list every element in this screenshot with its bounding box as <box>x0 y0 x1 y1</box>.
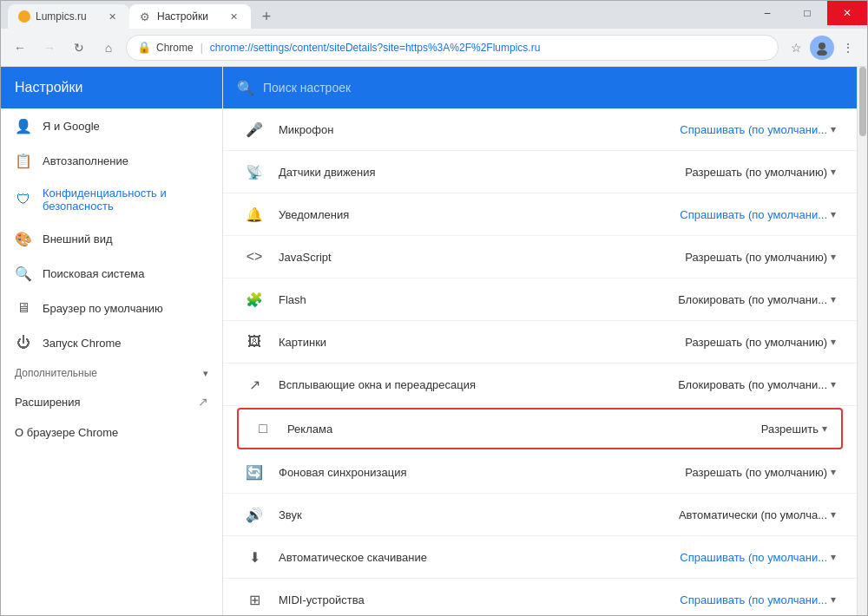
home-button[interactable]: ⌂ <box>96 36 121 60</box>
notifications-value-text: Спрашивать (по умолчани... <box>680 208 827 221</box>
address-url: chrome://settings/content/siteDetails?si… <box>210 42 541 54</box>
bookmark-button[interactable]: ☆ <box>784 36 808 60</box>
motion-value[interactable]: Разрешать (по умолчанию)▾ <box>685 166 836 179</box>
popups-value[interactable]: Блокировать (по умолчани...▾ <box>678 378 836 391</box>
ads-icon: □ <box>253 418 273 439</box>
scrollbar-thumb[interactable] <box>859 67 866 136</box>
sidebar: Настройки 👤 Я и Google 📋 Автозаполнение … <box>1 67 223 615</box>
popups-value-text: Блокировать (по умолчани... <box>678 378 827 391</box>
search-input[interactable] <box>263 81 843 95</box>
sidebar-item-startup[interactable]: ⏻ Запуск Chrome <box>1 325 222 360</box>
shield-icon: 🛡 <box>15 191 32 208</box>
back-button[interactable]: ← <box>8 36 32 60</box>
svg-point-0 <box>819 43 825 49</box>
favicon-settings: ⚙ <box>140 10 152 23</box>
sidebar-item-appearance[interactable]: 🎨 Внешний вид <box>1 221 222 256</box>
images-value[interactable]: Разрешать (по умолчанию)▾ <box>685 336 836 349</box>
notifications-value[interactable]: Спрашивать (по умолчани...▾ <box>680 208 836 221</box>
setting-row-images[interactable]: 🖼КартинкиРазрешать (по умолчанию)▾ <box>223 321 857 364</box>
menu-button[interactable]: ⋮ <box>836 36 860 60</box>
popups-dropdown-arrow: ▾ <box>831 378 836 390</box>
minimize-button[interactable]: – <box>747 1 787 25</box>
images-icon: 🖼 <box>244 331 265 352</box>
titlebar: Lumpics.ru ✕ ⚙ Настройки ✕ + – □ ✕ <box>1 1 867 29</box>
tab-label-settings: Настройки <box>157 10 221 23</box>
address-separator: | <box>201 42 203 54</box>
autofill-icon: 📋 <box>15 152 32 169</box>
sidebar-item-ya-google[interactable]: 👤 Я и Google <box>1 108 222 143</box>
sidebar-label-extensions: Расширения <box>15 396 81 409</box>
auto-download-value[interactable]: Спрашивать (по умолчани...▾ <box>680 551 836 564</box>
setting-row-motion[interactable]: 📡Датчики движенияРазрешать (по умолчанию… <box>223 151 857 193</box>
lock-icon: 🔒 <box>137 41 151 54</box>
setting-row-auto-download[interactable]: ⬇Автоматическое скачиваниеСпрашивать (по… <box>223 536 857 579</box>
sidebar-item-privacy[interactable]: 🛡 Конфиденциальность и безопасность <box>1 178 222 221</box>
midi-value-text: Спрашивать (по умолчани... <box>680 593 827 606</box>
auto-download-name: Автоматическое скачивание <box>279 551 680 564</box>
javascript-value[interactable]: Разрешать (по умолчанию)▾ <box>685 251 836 264</box>
search-nav-icon: 🔍 <box>15 265 32 282</box>
sound-value-text: Автоматически (по умолча... <box>679 508 827 521</box>
reload-button[interactable]: ↻ <box>67 36 91 60</box>
setting-row-flash[interactable]: 🧩FlashБлокировать (по умолчани...▾ <box>223 279 857 321</box>
midi-value[interactable]: Спрашивать (по умолчани...▾ <box>680 593 836 606</box>
setting-row-background-sync[interactable]: 🔄Фоновая синхронизацияРазрешать (по умол… <box>223 451 857 494</box>
sound-value[interactable]: Автоматически (по умолча...▾ <box>679 508 836 521</box>
setting-row-ads[interactable]: □РекламаРазрешить▾ <box>237 408 843 449</box>
sidebar-label-startup: Запуск Chrome <box>43 337 122 350</box>
notifications-icon: 🔔 <box>244 204 265 225</box>
setting-row-microphone[interactable]: 🎤МикрофонСпрашивать (по умолчани...▾ <box>223 108 857 151</box>
flash-value[interactable]: Блокировать (по умолчани...▾ <box>678 293 836 306</box>
sidebar-label-privacy: Конфиденциальность и безопасность <box>43 187 208 213</box>
sidebar-title: Настройки <box>15 80 82 95</box>
tab-close-lumpics[interactable]: ✕ <box>105 10 119 23</box>
browser-icon: 🖥 <box>15 299 32 317</box>
tab-label-lumpics: Lumpics.ru <box>36 10 100 23</box>
javascript-value-text: Разрешать (по умолчанию) <box>685 251 827 264</box>
maximize-button[interactable]: □ <box>787 1 827 25</box>
motion-icon: 📡 <box>244 161 265 182</box>
background-sync-value[interactable]: Разрешать (по умолчанию)▾ <box>685 466 836 479</box>
popups-name: Всплывающие окна и переадресация <box>279 378 678 391</box>
setting-row-popups[interactable]: ↗Всплывающие окна и переадресацияБлокиро… <box>223 364 857 406</box>
sidebar-item-about[interactable]: О браузере Chrome <box>1 417 222 448</box>
notifications-name: Уведомления <box>279 208 680 221</box>
sidebar-section-additional[interactable]: Дополнительные ▾ <box>1 360 222 386</box>
chrome-label: Chrome <box>156 42 194 54</box>
profile-button[interactable] <box>810 36 834 60</box>
tab-settings[interactable]: ⚙ Настройки ✕ <box>129 4 251 29</box>
ads-dropdown-arrow: ▾ <box>822 423 827 435</box>
favicon-lumpics <box>18 10 30 23</box>
microphone-value[interactable]: Спрашивать (по умолчани...▾ <box>680 123 836 136</box>
close-button[interactable]: ✕ <box>827 1 867 25</box>
person-icon: 👤 <box>15 117 32 134</box>
sidebar-item-autofill[interactable]: 📋 Автозаполнение <box>1 143 222 178</box>
chevron-down-icon: ▾ <box>203 368 208 379</box>
tab-lumpics[interactable]: Lumpics.ru ✕ <box>8 4 129 29</box>
sidebar-item-extensions[interactable]: Расширения ↗ <box>1 386 222 417</box>
setting-row-sound[interactable]: 🔊ЗвукАвтоматически (по умолча...▾ <box>223 494 857 536</box>
ads-value[interactable]: Разрешить▾ <box>761 423 827 436</box>
images-name: Картинки <box>279 336 685 349</box>
setting-row-midi[interactable]: ⊞MIDI-устройстваСпрашивать (по умолчани.… <box>223 579 857 615</box>
profile-icon <box>814 40 830 56</box>
javascript-icon: <> <box>244 246 265 267</box>
background-sync-name: Фоновая синхронизация <box>279 466 685 479</box>
new-tab-button[interactable]: + <box>254 4 279 29</box>
settings-content: 🔍 🎤МикрофонСпрашивать (по умолчани...▾📡Д… <box>223 67 857 615</box>
microphone-dropdown-arrow: ▾ <box>831 123 836 135</box>
tab-close-settings[interactable]: ✕ <box>227 10 240 23</box>
address-box[interactable]: 🔒 Chrome | chrome://settings/content/sit… <box>126 35 779 61</box>
setting-row-notifications[interactable]: 🔔УведомленияСпрашивать (по умолчани...▾ <box>223 193 857 236</box>
microphone-name: Микрофон <box>279 123 680 136</box>
sidebar-item-search[interactable]: 🔍 Поисковая система <box>1 256 222 291</box>
browser-window: Lumpics.ru ✕ ⚙ Настройки ✕ + – □ ✕ ← → ↻… <box>0 0 868 616</box>
microphone-value-text: Спрашивать (по умолчани... <box>680 123 827 136</box>
scrollbar[interactable] <box>857 67 867 615</box>
flash-name: Flash <box>279 293 678 306</box>
setting-row-javascript[interactable]: <>JavaScriptРазрешать (по умолчанию)▾ <box>223 236 857 279</box>
sidebar-label-appearance: Внешний вид <box>43 233 113 246</box>
javascript-name: JavaScript <box>279 251 685 264</box>
forward-button[interactable]: → <box>37 36 62 60</box>
sidebar-item-browser[interactable]: 🖥 Браузер по умолчанию <box>1 291 222 325</box>
